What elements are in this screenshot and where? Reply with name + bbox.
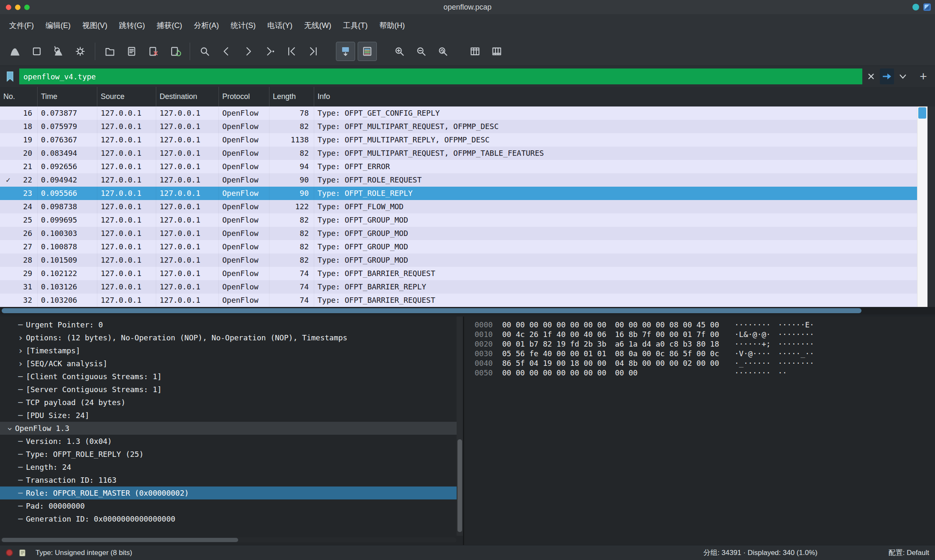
menu-item-0[interactable]: 文件(F) <box>3 14 40 37</box>
packet-list-vscrollbar[interactable] <box>917 106 927 307</box>
hex-row-0040[interactable]: 004086 5f 04 19 00 18 00 0004 8b 00 00 0… <box>475 358 935 368</box>
menu-item-10[interactable]: 帮助(H) <box>373 14 411 37</box>
packet-row-18[interactable]: 180.075979127.0.0.1127.0.0.1OpenFlow82Ty… <box>0 120 935 133</box>
zoom-reset-icon[interactable] <box>433 42 452 61</box>
tray-app-icon[interactable] <box>923 3 931 11</box>
hex-row-0000[interactable]: 000000 00 00 00 00 00 00 0000 00 00 00 0… <box>475 320 935 329</box>
expander-collapsed-icon[interactable]: › <box>15 357 26 370</box>
packet-row-26[interactable]: 260.100303127.0.0.1127.0.0.1OpenFlow82Ty… <box>0 227 935 240</box>
capture-stop-icon[interactable] <box>27 42 46 61</box>
detail-hscrollbar[interactable] <box>0 537 457 542</box>
capture-restart-icon[interactable] <box>49 42 68 61</box>
expander-collapsed-icon[interactable]: › <box>15 331 26 344</box>
detail-row-5[interactable]: ─[Server Contiguous Streams: 1] <box>0 383 457 396</box>
packet-row-29[interactable]: 290.102122127.0.0.1127.0.0.1OpenFlow74Ty… <box>0 267 935 280</box>
capture-options-icon[interactable] <box>71 42 90 61</box>
detail-hscroll-thumb[interactable] <box>2 538 238 542</box>
packet-row-31[interactable]: 310.103126127.0.0.1127.0.0.1OpenFlow74Ty… <box>0 280 935 294</box>
menu-item-6[interactable]: 统计(S) <box>225 14 262 37</box>
hex-row-0020[interactable]: 002000 01 b7 82 19 fd 2b 3ba6 1a d4 a0 c… <box>475 339 935 349</box>
column-header-destination[interactable]: Destination <box>156 87 219 106</box>
menu-item-7[interactable]: 电话(Y) <box>262 14 298 37</box>
menu-item-3[interactable]: 跳转(G) <box>113 14 151 37</box>
detail-row-10[interactable]: ─Type: OFPT_ROLE_REPLY (25) <box>0 448 457 461</box>
detail-row-12[interactable]: ─Transaction ID: 1163 <box>0 474 457 487</box>
packet-row-32[interactable]: 320.103206127.0.0.1127.0.0.1OpenFlow74Ty… <box>0 294 935 307</box>
packet-row-19[interactable]: 190.076367127.0.0.1127.0.0.1OpenFlow1138… <box>0 133 935 147</box>
detail-row-4[interactable]: ─[Client Contiguous Streams: 1] <box>0 370 457 383</box>
column-header-source[interactable]: Source <box>97 87 156 106</box>
colorize-icon[interactable] <box>358 42 377 61</box>
find-packet-icon[interactable] <box>195 42 214 61</box>
auto-scroll-icon[interactable] <box>336 42 355 61</box>
packet-row-25[interactable]: 250.099695127.0.0.1127.0.0.1OpenFlow82Ty… <box>0 213 935 227</box>
go-next-icon[interactable] <box>239 42 258 61</box>
go-to-packet-icon[interactable] <box>260 42 279 61</box>
zoom-out-icon[interactable] <box>412 42 431 61</box>
column-header-time[interactable]: Time <box>38 87 97 106</box>
packet-row-21[interactable]: 210.092656127.0.0.1127.0.0.1OpenFlow94Ty… <box>0 160 935 173</box>
hex-row-0010[interactable]: 001000 4c 26 1f 40 00 40 0616 8b 7f 00 0… <box>475 329 935 339</box>
packet-row-23[interactable]: 230.095566127.0.0.1127.0.0.1OpenFlow90Ty… <box>0 187 935 200</box>
resize-columns-icon[interactable] <box>465 42 485 61</box>
menu-item-5[interactable]: 分析(A) <box>188 14 225 37</box>
file-reload-icon[interactable] <box>165 42 185 61</box>
go-first-icon[interactable] <box>282 42 301 61</box>
detail-row-6[interactable]: ─TCP payload (24 bytes) <box>0 396 457 409</box>
expert-info-icon[interactable] <box>6 549 13 556</box>
detail-row-15[interactable]: ─Generation ID: 0x0000000000000000 <box>0 512 457 525</box>
packet-list-vscroll-thumb[interactable] <box>918 107 926 119</box>
file-open-icon[interactable] <box>100 42 119 61</box>
menu-item-4[interactable]: 捕获(C) <box>151 14 188 37</box>
menu-item-2[interactable]: 视图(V) <box>76 14 113 37</box>
file-close-icon[interactable] <box>144 42 163 61</box>
packet-row-28[interactable]: 280.101509127.0.0.1127.0.0.1OpenFlow82Ty… <box>0 253 935 267</box>
packet-row-16[interactable]: 160.073877127.0.0.1127.0.0.1OpenFlow78Ty… <box>0 106 935 120</box>
detail-row-0[interactable]: ─Urgent Pointer: 0 <box>0 318 457 331</box>
go-last-icon[interactable] <box>304 42 323 61</box>
filter-input[interactable]: openflow_v4.type <box>19 68 862 84</box>
detail-row-7[interactable]: ─[PDU Size: 24] <box>0 409 457 422</box>
detail-row-2[interactable]: ›[Timestamps] <box>0 344 457 357</box>
filter-bookmark-button[interactable] <box>3 68 18 84</box>
tray-circle-icon[interactable] <box>912 4 919 10</box>
filter-clear-button[interactable] <box>864 68 878 84</box>
detail-row-9[interactable]: ─Version: 1.3 (0x04) <box>0 435 457 448</box>
column-header-no[interactable]: No. <box>0 87 38 106</box>
expander-expanded-icon[interactable]: › <box>4 423 17 434</box>
packet-row-24[interactable]: 240.098738127.0.0.1127.0.0.1OpenFlow122T… <box>0 200 935 213</box>
detail-row-1[interactable]: ›Options: (12 bytes), No-Operation (NOP)… <box>0 331 457 344</box>
filter-dropdown-button[interactable] <box>896 68 910 84</box>
column-header-protocol[interactable]: Protocol <box>219 87 269 106</box>
cell-time: 0.100303 <box>38 227 97 240</box>
detail-row-11[interactable]: ─Length: 24 <box>0 461 457 474</box>
zoom-in-icon[interactable] <box>390 42 409 61</box>
packet-row-20[interactable]: 200.083494127.0.0.1127.0.0.1OpenFlow82Ty… <box>0 147 935 160</box>
expander-collapsed-icon[interactable]: › <box>15 344 26 357</box>
menu-item-8[interactable]: 无线(W) <box>298 14 337 37</box>
go-previous-icon[interactable] <box>217 42 236 61</box>
hex-row-0050[interactable]: 005000 00 00 00 00 00 00 0000 00········… <box>475 368 935 378</box>
file-save-icon[interactable] <box>122 42 141 61</box>
filter-apply-button[interactable] <box>880 68 894 84</box>
detail-row-3[interactable]: ›[SEQ/ACK analysis] <box>0 357 457 370</box>
menu-item-9[interactable]: 工具(T) <box>337 14 373 37</box>
detail-row-14[interactable]: ─Pad: 00000000 <box>0 499 457 512</box>
capture-comment-icon[interactable] <box>19 549 26 557</box>
packet-row-27[interactable]: 270.100878127.0.0.1127.0.0.1OpenFlow82Ty… <box>0 240 935 253</box>
column-header-length[interactable]: Length <box>269 87 314 106</box>
hex-row-0030[interactable]: 003005 56 fe 40 00 00 01 0108 0a 00 0c 8… <box>475 349 935 358</box>
packet-row-22[interactable]: ✓220.094942127.0.0.1127.0.0.1OpenFlow90T… <box>0 173 935 187</box>
detail-vscrollbar[interactable] <box>457 317 463 536</box>
column-header-info[interactable]: Info <box>314 87 935 106</box>
profile-button[interactable]: 配置: Default <box>889 548 929 557</box>
detail-row-13[interactable]: ─Role: OFPCR_ROLE_MASTER (0x00000002) <box>0 487 457 499</box>
capture-start-icon[interactable] <box>5 42 25 61</box>
detail-vscroll-thumb[interactable] <box>457 439 462 532</box>
packet-list-hscrollbar[interactable] <box>0 307 935 314</box>
packet-list-hscroll-thumb[interactable] <box>2 308 861 313</box>
layout-123-icon[interactable] <box>487 42 506 61</box>
menu-item-1[interactable]: 编辑(E) <box>40 14 76 37</box>
detail-row-8[interactable]: ›OpenFlow 1.3 <box>0 422 457 435</box>
filter-add-button[interactable]: + <box>915 69 932 84</box>
